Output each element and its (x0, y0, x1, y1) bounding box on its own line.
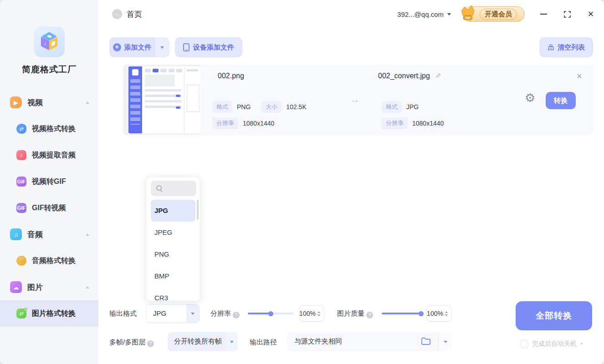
maximize-button[interactable] (562, 9, 572, 19)
sidebar-item-audio[interactable]: ♫ 音频 (0, 221, 98, 248)
image-icon: ☁ (10, 281, 22, 293)
maximize-icon (564, 11, 571, 18)
chevron-down-icon (580, 343, 583, 345)
shutdown-after-finish-checkbox[interactable]: 完成后自动关机 (520, 340, 583, 348)
format-dropdown-panel: JPG JPEG PNG BMP CR3 (146, 177, 200, 301)
titlebar-right: 392...@qq.com VIP 开通会员 × (397, 5, 596, 24)
help-icon[interactable]: ? (233, 312, 240, 318)
search-icon (156, 185, 163, 192)
page-title: 首页 (127, 9, 142, 20)
sidebar-item-video-convert[interactable]: ⇄ 视频格式转换 (0, 116, 98, 142)
plus-icon: + (113, 43, 121, 51)
source-size-value: 102.5K (286, 103, 306, 111)
output-format-label: 输出格式 (109, 309, 137, 318)
vip-crown-icon: VIP (459, 4, 477, 23)
app-name: 简鹿格式工厂 (0, 64, 98, 76)
slider-handle[interactable] (419, 311, 424, 316)
device-icon (183, 43, 189, 51)
convert-item-button[interactable]: 转换 (546, 92, 576, 109)
chevron-down-icon (447, 13, 451, 15)
audio-icon: ♫ (10, 228, 22, 240)
sidebar-item-video-to-gif[interactable]: GIF 视频转GIF (0, 168, 98, 195)
sidebar-item-audio-convert[interactable]: ⌒ 音频格式转换 (0, 248, 98, 274)
app-window: ♪ 简鹿格式工厂 ▶ 视频 ⇄ 视频格式转换 ♪ 视频提取音频 GIF 视频转G… (0, 0, 604, 364)
convert-all-button[interactable]: 全部转换 (516, 301, 592, 330)
step-up-icon[interactable] (445, 311, 448, 313)
rename-pencil-icon[interactable]: ✎ (435, 72, 441, 80)
remove-item-icon[interactable]: × (577, 71, 582, 81)
format-tag: 格式 (212, 101, 232, 113)
source-file-name: 002.png (218, 72, 244, 80)
format-option-bmp[interactable]: BMP (146, 265, 200, 287)
quality-slider[interactable] (382, 313, 421, 314)
video-convert-icon: ⇄ (16, 124, 26, 134)
source-format-value: PNG (237, 103, 251, 111)
format-option-cr3[interactable]: CR3 (146, 287, 200, 301)
sidebar-item-extract-audio[interactable]: ♪ 视频提取音频 (0, 142, 98, 168)
file-row: 002.png 格式 PNG 大小 102.5K 分辨率 1080x1440 →… (123, 65, 593, 135)
sidebar-nav: ▶ 视频 ⇄ 视频格式转换 ♪ 视频提取音频 GIF 视频转GIF GIF GI… (0, 89, 98, 327)
format-option-jpg[interactable]: JPG (151, 200, 195, 222)
step-down-icon[interactable] (317, 314, 320, 316)
add-file-button[interactable]: + 添加文件 (109, 37, 155, 57)
add-file-dropdown-caret[interactable] (155, 37, 169, 57)
sidebar: ♪ 简鹿格式工厂 ▶ 视频 ⇄ 视频格式转换 ♪ 视频提取音频 GIF 视频转G… (0, 0, 98, 364)
quality-label: 图片质量? (337, 309, 373, 318)
video-to-gif-icon: GIF (16, 177, 26, 187)
svg-text:VIP: VIP (465, 16, 471, 20)
add-from-device-label: 设备添加文件 (193, 43, 234, 52)
convert-arrow-icon: → (350, 94, 360, 106)
gif-to-video-icon: GIF (16, 203, 26, 213)
slider-handle[interactable] (268, 311, 273, 316)
vip-upgrade-button[interactable]: VIP 开通会员 (463, 6, 525, 22)
video-extract-audio-icon: ♪ (16, 150, 26, 160)
video-icon: ▶ (10, 96, 22, 108)
output-path-field[interactable]: 与源文件夹相同 (287, 332, 452, 351)
format-tag: 格式 (382, 101, 402, 113)
account-email: 392...@qq.com (397, 10, 444, 18)
close-button[interactable]: × (586, 9, 596, 19)
minimize-button[interactable] (538, 9, 548, 19)
format-option-png[interactable]: PNG (146, 243, 200, 265)
sidebar-item-gif-to-video[interactable]: GIF GIF转视频 (0, 195, 98, 221)
format-search-input[interactable] (151, 181, 196, 196)
sidebar-item-image-convert[interactable]: ⇄ 图片格式转换 (0, 300, 98, 327)
target-format-value: JPG (406, 103, 419, 111)
step-up-icon[interactable] (317, 311, 320, 313)
chevron-down-icon (160, 46, 164, 49)
resolution-slider[interactable] (248, 313, 293, 314)
quality-percent-stepper[interactable]: 100% (426, 305, 452, 322)
item-settings-gear-icon[interactable]: ⚙ (525, 91, 535, 105)
output-format-select[interactable]: JPG (146, 304, 200, 323)
source-resolution-value: 1080x1440 (243, 120, 274, 127)
account-menu[interactable]: 392...@qq.com (397, 10, 451, 18)
multiframe-select[interactable]: 分开转换所有帧 (168, 332, 238, 351)
output-path-label: 输出路径 (250, 338, 277, 347)
clear-list-label: 清空列表 (558, 43, 585, 52)
step-down-icon[interactable] (445, 314, 448, 316)
sidebar-item-image[interactable]: ☁ 图片 (0, 274, 98, 300)
image-convert-icon: ⇄ (16, 308, 26, 318)
broom-icon (548, 44, 554, 51)
multiframe-label: 多帧/多图层? (109, 338, 154, 347)
path-dropdown-caret[interactable] (438, 332, 452, 351)
collapse-caret-icon (86, 286, 89, 288)
dropdown-scrollbar[interactable] (197, 200, 199, 220)
back-button[interactable]: ← (112, 9, 122, 19)
sidebar-item-video[interactable]: ▶ 视频 (0, 89, 98, 116)
folder-icon[interactable] (421, 337, 431, 348)
help-icon[interactable]: ? (366, 312, 373, 318)
app-logo-icon: ♪ (34, 26, 65, 57)
vip-label: 开通会员 (480, 9, 517, 20)
clear-list-button[interactable]: 清空列表 (539, 37, 593, 57)
collapse-caret-icon (86, 233, 89, 236)
collapse-caret-icon (86, 101, 89, 104)
add-from-device-button[interactable]: 设备添加文件 (175, 37, 242, 57)
chevron-down-icon (230, 341, 234, 343)
format-option-jpeg[interactable]: JPEG (146, 222, 200, 243)
help-icon[interactable]: ? (147, 340, 154, 347)
checkbox-unchecked[interactable] (520, 340, 528, 348)
target-resolution-value: 1080x1440 (412, 120, 444, 127)
target-file-name: 002_convert.jpg ✎ (378, 72, 441, 80)
resolution-percent-stepper[interactable]: 100% (299, 305, 324, 322)
